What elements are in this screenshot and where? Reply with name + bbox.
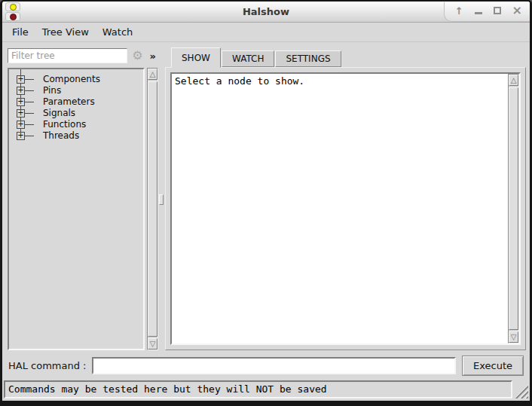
tree-item-pins[interactable]: + Pins xyxy=(9,85,143,96)
pane-splitter[interactable] xyxy=(158,44,165,352)
tree-area: + Components + Pins + Parameters xyxy=(8,68,158,350)
tree-item-label: Signals xyxy=(43,108,75,118)
expand-icon[interactable]: + xyxy=(17,98,25,106)
tree-item-functions[interactable]: + Functions xyxy=(9,119,143,130)
expand-icon[interactable]: + xyxy=(17,75,25,84)
show-tab-panel: Select a node to show. △ ▽ xyxy=(165,67,526,350)
tree-rows: + Components + Pins + Parameters xyxy=(9,74,143,142)
window-controls: ↑ × xyxy=(444,2,530,22)
tree-item-label: Threads xyxy=(43,130,79,141)
window-menu-button-top[interactable] xyxy=(5,2,20,11)
expand-icon[interactable]: + xyxy=(17,121,25,129)
halshow-window: Halshow ↑ × File Tree View Watch ⚙ » xyxy=(0,0,532,406)
maximize-icon[interactable] xyxy=(494,7,501,14)
menu-tree-view[interactable]: Tree View xyxy=(35,24,96,40)
scroll-up-icon[interactable]: △ xyxy=(148,69,157,80)
execute-button[interactable]: Execute xyxy=(462,356,524,376)
window-icon-group xyxy=(5,2,20,21)
tree-item-signals[interactable]: + Signals xyxy=(9,108,143,119)
scrollbar-thumb[interactable] xyxy=(148,81,157,337)
filter-tree-input[interactable] xyxy=(8,48,127,63)
notebook-tabs: SHOW WATCH SETTINGS xyxy=(165,47,526,67)
expand-icon[interactable]: + xyxy=(17,87,25,95)
menubar: File Tree View Watch xyxy=(2,23,530,42)
tree-item-label: Parameters xyxy=(43,96,95,107)
resize-grip-icon[interactable] xyxy=(515,385,528,398)
scroll-down-icon[interactable]: ▽ xyxy=(509,331,518,343)
expand-icon[interactable]: + xyxy=(17,109,25,118)
minimize-icon[interactable] xyxy=(475,12,482,14)
notebook-pane: SHOW WATCH SETTINGS Select a node to sho… xyxy=(165,44,528,352)
tree-item-label: Components xyxy=(43,74,100,84)
tree-pane: ⚙ » + Components + Pin xyxy=(2,44,158,352)
tree-scrollbar[interactable]: △ ▽ xyxy=(147,68,158,350)
menu-watch[interactable]: Watch xyxy=(96,24,139,40)
main-area: ⚙ » + Components + Pin xyxy=(2,42,530,352)
tree-item-threads[interactable]: + Threads xyxy=(9,130,143,142)
scrollbar-thumb[interactable] xyxy=(509,87,518,330)
yellow-dot-icon xyxy=(10,4,17,11)
scroll-down-icon[interactable]: ▽ xyxy=(148,338,157,350)
shade-icon[interactable]: ↑ xyxy=(455,6,463,16)
tree-item-components[interactable]: + Components xyxy=(9,74,143,85)
hal-command-bar: HAL command : Execute xyxy=(2,352,530,379)
tree-item-label: Functions xyxy=(43,119,86,130)
window-menu-button-bottom[interactable] xyxy=(5,12,20,21)
more-options-button[interactable]: » xyxy=(148,50,158,62)
show-scrollbar[interactable]: △ ▽ xyxy=(508,74,519,343)
menu-file[interactable]: File xyxy=(5,24,35,40)
scroll-up-icon[interactable]: △ xyxy=(509,75,518,86)
filter-row: ⚙ » xyxy=(8,47,158,65)
tree-item-parameters[interactable]: + Parameters xyxy=(9,96,143,108)
tab-settings[interactable]: SETTINGS xyxy=(275,50,341,67)
status-message: Commands may be tested here but they wil… xyxy=(4,380,512,398)
status-bar: Commands may be tested here but they wil… xyxy=(2,379,530,401)
show-text-widget[interactable]: Select a node to show. △ ▽ xyxy=(170,72,521,345)
hal-command-label: HAL command : xyxy=(8,360,86,371)
splitter-handle[interactable] xyxy=(159,194,164,205)
tree-canvas[interactable]: + Components + Pins + Parameters xyxy=(8,68,145,350)
gear-icon[interactable]: ⚙ xyxy=(132,50,142,62)
show-text: Select a node to show. xyxy=(172,74,508,343)
hal-command-input[interactable] xyxy=(92,357,456,374)
close-icon[interactable]: × xyxy=(512,5,522,17)
tab-show[interactable]: SHOW xyxy=(171,47,221,68)
tree-item-label: Pins xyxy=(43,85,61,96)
expand-icon[interactable]: + xyxy=(17,132,25,140)
red-dot-icon xyxy=(10,14,17,20)
tab-watch[interactable]: WATCH xyxy=(222,50,275,67)
titlebar[interactable]: Halshow ↑ × xyxy=(2,2,530,23)
